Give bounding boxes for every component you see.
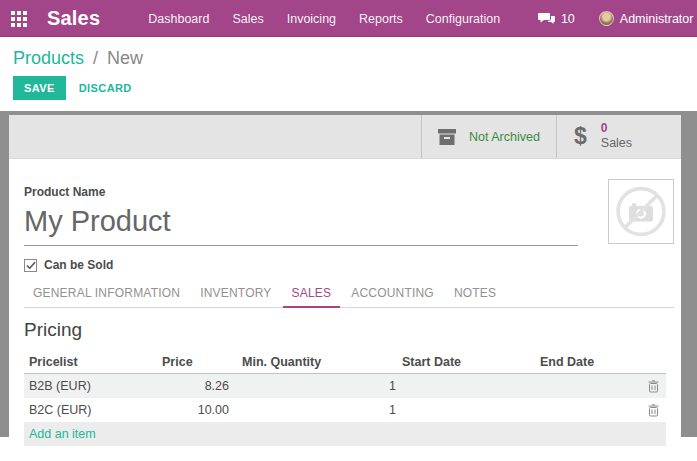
pricing-table-header: Pricelist Price Min. Quantity Start Date… <box>24 350 666 374</box>
control-panel-buttons: SAVE DISCARD <box>13 76 132 100</box>
column-header-pricelist[interactable]: Pricelist <box>24 350 155 373</box>
apps-menu-button[interactable] <box>0 0 38 37</box>
menu-item-invoicing[interactable]: Invoicing <box>287 12 336 26</box>
tab-inventory[interactable]: INVENTORY <box>191 286 280 308</box>
product-name-label: Product Name <box>24 185 674 199</box>
app-title: Sales <box>47 7 100 30</box>
form-statusbar: Not Archived $ 0 Sales <box>9 115 681 159</box>
can-be-sold-label: Can be Sold <box>44 258 113 272</box>
save-button[interactable]: SAVE <box>13 76 66 100</box>
form-sheet: Not Archived $ 0 Sales Product Name My P… <box>9 115 681 461</box>
messages-count-badge: 10 <box>561 12 575 26</box>
can-be-sold-checkbox[interactable] <box>24 259 37 272</box>
pricing-section-title: Pricing <box>24 319 674 341</box>
column-header-actions <box>640 350 666 373</box>
apps-grid-icon <box>11 11 27 27</box>
cell-end-date[interactable] <box>540 398 640 422</box>
cell-start-date[interactable] <box>402 398 540 422</box>
add-an-item-link[interactable]: Add an item <box>24 422 96 446</box>
form-sheet-background: Not Archived $ 0 Sales Product Name My P… <box>0 111 697 437</box>
trash-icon <box>648 380 659 393</box>
can-be-sold-field: Can be Sold <box>24 258 674 272</box>
cell-end-date[interactable] <box>540 374 640 398</box>
cell-min-quantity[interactable]: 1 <box>235 374 402 398</box>
cell-pricelist[interactable]: B2B (EUR) <box>24 374 155 398</box>
delete-row-button[interactable] <box>648 404 659 417</box>
column-header-min-quantity[interactable]: Min. Quantity <box>235 350 402 373</box>
menu-item-configuration[interactable]: Configuration <box>426 12 500 26</box>
user-avatar[interactable] <box>599 11 614 26</box>
table-add-row: Add an item <box>24 422 666 446</box>
tab-sales[interactable]: SALES <box>283 286 341 308</box>
cell-min-quantity[interactable]: 1 <box>235 398 402 422</box>
delete-row-button[interactable] <box>648 380 659 393</box>
table-row[interactable]: B2C (EUR) 10.00 1 <box>24 398 666 422</box>
check-icon <box>26 261 36 270</box>
cell-start-date[interactable] <box>402 374 540 398</box>
cell-pricelist[interactable]: B2C (EUR) <box>24 398 155 422</box>
breadcrumb: Products / New <box>13 48 143 69</box>
breadcrumb-separator: / <box>93 48 98 68</box>
messages-button[interactable]: 10 <box>538 12 575 26</box>
notebook-tabs: GENERAL INFORMATION INVENTORY SALES ACCO… <box>24 286 674 308</box>
archive-toggle-button[interactable]: Not Archived <box>421 115 556 158</box>
column-header-end-date[interactable]: End Date <box>540 350 640 373</box>
product-image-placeholder[interactable] <box>608 179 674 244</box>
product-name-input[interactable]: My Product <box>24 205 578 246</box>
discard-button[interactable]: DISCARD <box>79 82 132 94</box>
sales-stat-button[interactable]: $ 0 Sales <box>556 115 681 158</box>
menu-item-reports[interactable]: Reports <box>359 12 403 26</box>
breadcrumb-products-link[interactable]: Products <box>13 48 84 68</box>
column-header-start-date[interactable]: Start Date <box>402 350 540 373</box>
cell-price[interactable]: 8.26 <box>155 374 235 398</box>
navbar-systray: 10 Administrator ▾ <box>538 11 697 26</box>
chat-bubbles-icon <box>538 12 555 26</box>
column-header-price[interactable]: Price <box>155 350 235 373</box>
cell-price[interactable]: 10.00 <box>155 398 235 422</box>
trash-icon <box>648 404 659 417</box>
pricing-table: Pricelist Price Min. Quantity Start Date… <box>24 350 666 446</box>
tab-accounting[interactable]: ACCOUNTING <box>342 286 443 308</box>
archive-box-icon <box>437 128 457 146</box>
sales-stat-value: 0 <box>601 122 632 136</box>
menu-item-sales[interactable]: Sales <box>232 12 263 26</box>
form-body: Product Name My Product Can be Sold <box>9 159 681 461</box>
tab-general-information[interactable]: GENERAL INFORMATION <box>24 286 189 308</box>
camera-slash-icon <box>613 184 669 239</box>
table-row[interactable]: B2B (EUR) 8.26 1 <box>24 374 666 398</box>
dollar-icon: $ <box>574 125 587 148</box>
tab-notes[interactable]: NOTES <box>445 286 505 308</box>
menu-item-dashboard[interactable]: Dashboard <box>148 12 209 26</box>
archive-status-label: Not Archived <box>469 130 540 144</box>
top-navbar: Sales Dashboard Sales Invoicing Reports … <box>0 0 697 37</box>
user-menu[interactable]: Administrator <box>620 12 694 26</box>
main-menu: Dashboard Sales Invoicing Reports Config… <box>148 12 523 26</box>
sales-stat-label: Sales <box>601 136 632 150</box>
breadcrumb-current: New <box>107 48 143 68</box>
